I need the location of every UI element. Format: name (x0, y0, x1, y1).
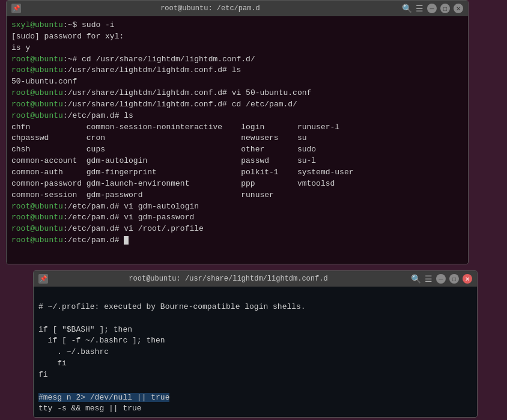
title-bar-left-2: 📌 (38, 274, 48, 284)
pin-icon-2: 📌 (38, 274, 48, 284)
close-button-2[interactable]: ✕ (463, 274, 472, 284)
close-button-1[interactable]: ✕ (454, 4, 463, 13)
minimize-button-1[interactable]: ─ (427, 4, 437, 13)
terminal-body-2[interactable]: # ~/.profile: executed by Bourne-compati… (34, 287, 477, 417)
window-controls-2: 🔍 ☰ ─ □ ✕ (408, 274, 472, 284)
cursor-1 (124, 236, 129, 245)
title-bar-1: 📌 root@ubuntu: /etc/pam.d 🔍 ☰ ─ □ ✕ (7, 1, 468, 16)
highlighted-line: #mesg n 2> /dev/null || true (38, 393, 169, 402)
menu-icon-1[interactable]: ☰ (416, 4, 424, 14)
search-icon-1[interactable]: 🔍 (402, 4, 412, 14)
search-icon-2[interactable]: 🔍 (411, 274, 421, 284)
terminal-title-2: root@ubuntu: /usr/share/lightdm/lightdm.… (48, 275, 408, 283)
terminal-window-2[interactable]: 📌 root@ubuntu: /usr/share/lightdm/lightd… (33, 270, 478, 418)
title-bar-left-1: 📌 (11, 4, 21, 13)
terminal-body-1[interactable]: sxyl@ubuntu:~$ sudo -i [sudo] password f… (7, 16, 468, 264)
terminal-title-1: root@ubuntu: /etc/pam.d (21, 4, 399, 13)
maximize-button-1[interactable]: □ (440, 4, 450, 13)
menu-icon-2[interactable]: ☰ (425, 274, 433, 284)
prompt-symbol: :~$ sudo -i (63, 20, 115, 29)
title-bar-2: 📌 root@ubuntu: /usr/share/lightdm/lightd… (34, 271, 477, 287)
minimize-button-2[interactable]: ─ (436, 274, 446, 284)
window-controls-1: 🔍 ☰ ─ □ ✕ (399, 4, 463, 14)
terminal-window-1[interactable]: 📌 root@ubuntu: /etc/pam.d 🔍 ☰ ─ □ ✕ sxyl… (6, 0, 469, 264)
pin-icon: 📌 (11, 4, 21, 13)
maximize-button-2[interactable]: □ (449, 274, 459, 284)
prompt-text: sxyl@ubuntu (11, 20, 63, 29)
